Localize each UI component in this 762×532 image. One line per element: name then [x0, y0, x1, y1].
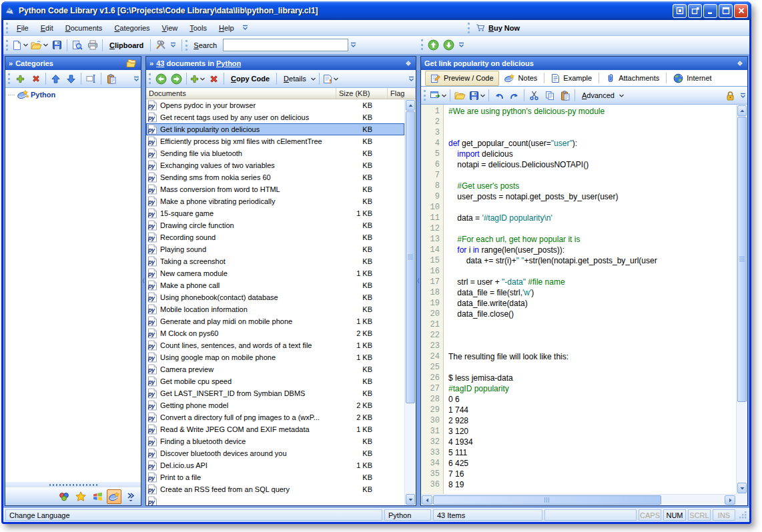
clipboard-button[interactable]: Clipboard	[105, 38, 148, 53]
document-row[interactable]: py M Clock on pys60 2 KB	[146, 327, 404, 339]
report-button[interactable]	[322, 71, 340, 86]
copy-button[interactable]	[542, 88, 557, 103]
document-row[interactable]: py Finding a bluetooth device KB	[146, 435, 404, 447]
save-button[interactable]	[49, 38, 65, 53]
collapse-left-icon[interactable]: 〈	[141, 273, 145, 288]
print-button[interactable]	[85, 38, 100, 53]
copy-code-button[interactable]: Copy Code	[226, 71, 274, 86]
toolbar-drag-handle[interactable]	[8, 73, 10, 84]
scrollbar-thumb[interactable]	[737, 117, 747, 402]
menu-file[interactable]: File	[11, 22, 35, 34]
favorites-button[interactable]	[73, 489, 88, 504]
document-row[interactable]: py Recording sound KB	[146, 231, 404, 243]
scroll-down-button[interactable]	[737, 483, 747, 493]
code-editor[interactable]: 1234567891011121314151617181920212223242…	[421, 105, 747, 505]
category-item-python[interactable]: Python	[5, 88, 141, 101]
document-row[interactable]: py Mass conversion from word to HTML KB	[146, 183, 404, 195]
scrollbar-thumb[interactable]	[406, 111, 415, 403]
document-row[interactable]: py Drawing circle function KB	[146, 219, 404, 231]
scroll-down-button[interactable]	[406, 494, 415, 505]
document-row[interactable]: py Print to a file KB	[146, 471, 404, 483]
document-row[interactable]: py Get link popularity on delicious KB	[146, 123, 404, 135]
document-row[interactable]: py Generate and play midi on mobile phon…	[146, 315, 404, 327]
search-overflow-button[interactable]	[349, 38, 358, 53]
community-button[interactable]	[57, 489, 71, 504]
windows-button[interactable]	[90, 489, 105, 504]
delete-category-button[interactable]	[28, 71, 43, 86]
menu-tools[interactable]: Tools	[183, 22, 213, 34]
menu-categories[interactable]: Categories	[108, 22, 155, 34]
delete-document-button[interactable]	[206, 71, 222, 86]
title-bar[interactable]: Python Code Library v1.6 [G:\Projects\Co…	[1, 1, 751, 20]
document-row[interactable]: py Get recent tags used by any user on d…	[146, 111, 404, 123]
previous-document-button[interactable]	[153, 71, 169, 86]
menubar-overflow-button[interactable]	[241, 21, 250, 35]
document-row[interactable]: py Using google map on mobile phone 1 KB	[146, 351, 404, 363]
find-button[interactable]	[69, 38, 85, 53]
nav-overflow-button[interactable]	[457, 37, 466, 52]
document-row[interactable]: py Sending file via bluetooth KB	[146, 147, 404, 159]
scroll-up-button[interactable]	[406, 100, 415, 111]
document-row[interactable]: py Make a phone call KB	[146, 279, 404, 291]
document-row[interactable]: py Using phonebook(contact) database KB	[146, 291, 404, 303]
categories-overflow-button[interactable]	[132, 71, 141, 86]
documents-count-link[interactable]: 43	[156, 59, 164, 67]
left-splitter[interactable]: 〈	[141, 56, 145, 506]
scroll-right-button[interactable]	[725, 495, 735, 505]
move-up-button[interactable]	[426, 37, 441, 52]
document-row[interactable]: py Make a phone vibrating periodically K…	[146, 195, 404, 207]
minimize-to-tray-button[interactable]	[688, 4, 702, 18]
options-button[interactable]	[153, 38, 168, 53]
paste-button[interactable]	[557, 88, 573, 103]
document-row[interactable]: py Convert a directory full of png image…	[146, 411, 404, 423]
languages-button[interactable]	[107, 489, 121, 504]
add-category-button[interactable]	[13, 71, 28, 86]
document-row[interactable]: py Exchanging values of two variables KB	[146, 159, 404, 171]
toolbar-drag-handle[interactable]	[421, 39, 423, 50]
document-row[interactable]: py New camera module 1 KB	[146, 267, 404, 279]
buy-now-button[interactable]: Buy Now	[466, 20, 520, 35]
tab-preview-code[interactable]: Preview / Code	[425, 71, 499, 86]
toolbar-overflow-button[interactable]	[169, 38, 177, 53]
undo-button[interactable]	[491, 88, 506, 103]
scroll-up-button[interactable]	[737, 105, 747, 116]
redo-button[interactable]	[506, 88, 522, 103]
documents-scrollbar[interactable]	[404, 99, 416, 505]
close-button[interactable]	[734, 4, 748, 18]
save-code-button[interactable]	[468, 88, 486, 103]
document-row[interactable]: py Get LAST_INSERT_ID from Symbian DBMS …	[146, 387, 404, 399]
cut-button[interactable]	[526, 88, 542, 103]
document-row[interactable]: py Discover bluetooth devices around you…	[146, 447, 404, 459]
search-input[interactable]	[223, 39, 348, 51]
document-row[interactable]: py Del.icio.us API 1 KB	[146, 459, 404, 471]
document-row[interactable]: py Read & Write JPEG COM and EXIF metada…	[146, 423, 404, 435]
category-up-button[interactable]	[48, 71, 63, 86]
document-row[interactable]: py Taking a screenshot KB	[146, 255, 404, 267]
code-horizontal-scrollbar[interactable]	[421, 494, 736, 505]
document-row[interactable]: py Mobile location information KB	[146, 303, 404, 315]
toolbar-drag-handle[interactable]	[149, 73, 151, 84]
document-row[interactable]: py Playing sound KB	[146, 243, 404, 255]
code-vertical-scrollbar[interactable]	[736, 105, 747, 494]
category-down-button[interactable]	[63, 71, 79, 86]
categories-splitter-handle[interactable]	[5, 482, 141, 487]
open-library-button[interactable]	[29, 38, 49, 53]
document-row[interactable]: py 15-square game 1 KB	[146, 207, 404, 219]
document-row[interactable]: py Count lines, sentences, and words of …	[146, 339, 404, 351]
document-row[interactable]: py Getting phone model 2 KB	[146, 399, 404, 411]
always-on-top-button[interactable]	[673, 4, 687, 18]
new-document-button[interactable]	[11, 38, 29, 53]
more-panels-button[interactable]	[123, 489, 138, 504]
document-row[interactable]: py Sending sms from nokia series 60 KB	[146, 171, 404, 183]
paste-category-button[interactable]	[103, 71, 119, 86]
next-document-button[interactable]	[169, 71, 184, 86]
advanced-button[interactable]: Advanced	[577, 88, 625, 103]
tab-notes[interactable]: Notes	[499, 71, 542, 85]
collapse-right-icon[interactable]: 〈	[416, 273, 420, 288]
document-row[interactable]: py Efficiently process big xml files wit…	[146, 135, 404, 147]
add-document-button[interactable]	[189, 71, 206, 86]
lock-button[interactable]	[723, 88, 738, 103]
toolbar-drag-handle[interactable]	[468, 23, 470, 33]
scrollbar-thumb[interactable]	[433, 495, 661, 505]
rename-category-button[interactable]	[83, 71, 99, 86]
